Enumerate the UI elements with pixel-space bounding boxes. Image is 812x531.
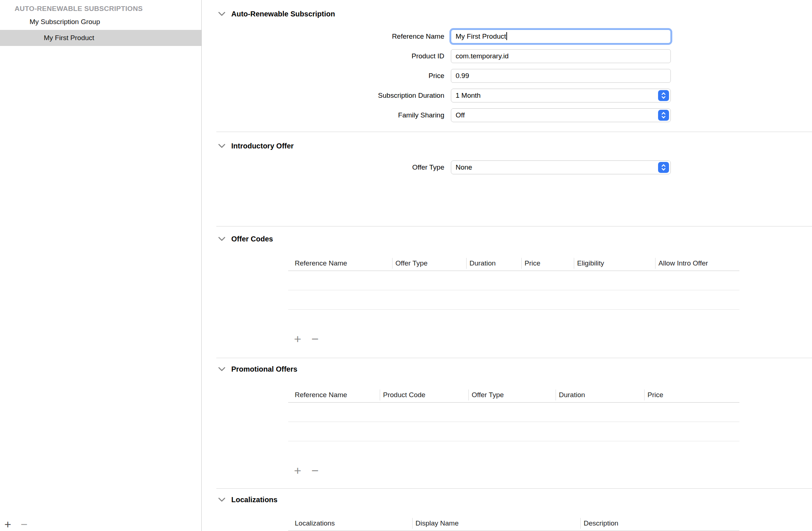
section-title: Localizations: [231, 496, 278, 504]
offer-type-value: None: [456, 163, 472, 171]
column-header-eligibility[interactable]: Eligibility: [574, 258, 655, 269]
reference-name-input[interactable]: My First Product: [451, 30, 671, 43]
column-header-display-name[interactable]: Display Name: [412, 518, 580, 529]
table-row-empty: [288, 290, 739, 310]
reference-name-label: Reference Name: [202, 32, 444, 40]
section-divider: [216, 488, 812, 489]
offer-codes-actions: + −: [294, 332, 739, 346]
chevron-down-icon[interactable]: [218, 11, 225, 16]
section-header-promotional-offers: Promotional Offers: [218, 364, 812, 374]
sidebar-group-header: AUTO-RENEWABLE SUBSCRIPTIONS: [0, 0, 201, 14]
column-header-offer-type[interactable]: Offer Type: [392, 258, 466, 269]
localizations-table: Localizations Display Name Description: [288, 516, 739, 531]
column-header-duration[interactable]: Duration: [556, 389, 644, 400]
section-header-offer-codes: Offer Codes: [218, 234, 812, 244]
localizations-table-header: Localizations Display Name Description: [288, 516, 739, 531]
promotional-offers-actions: + −: [294, 463, 739, 478]
product-id-label: Product ID: [202, 52, 444, 60]
subscription-duration-label: Subscription Duration: [202, 92, 444, 100]
section-header-localizations: Localizations: [218, 495, 812, 505]
family-sharing-value: Off: [456, 111, 465, 119]
promotional-offers-table-header: Reference Name Product Code Offer Type D…: [288, 387, 739, 403]
family-sharing-label: Family Sharing: [202, 111, 444, 119]
remove-icon[interactable]: −: [312, 464, 319, 477]
popup-stepper-icon: [658, 90, 669, 101]
add-icon[interactable]: +: [294, 464, 301, 477]
table-row-empty: [288, 403, 739, 422]
chevron-down-icon[interactable]: [218, 497, 225, 502]
column-header-price[interactable]: Price: [521, 258, 574, 269]
column-header-offer-type[interactable]: Offer Type: [468, 389, 556, 400]
section-divider: [216, 358, 812, 358]
section-title: Auto-Renewable Subscription: [231, 10, 335, 18]
column-header-reference-name[interactable]: Reference Name: [288, 389, 380, 400]
promotional-offers-table: Reference Name Product Code Offer Type D…: [288, 387, 739, 478]
chevron-down-icon[interactable]: [218, 236, 225, 241]
sidebar: AUTO-RENEWABLE SUBSCRIPTIONS My Subscrip…: [0, 0, 202, 531]
column-header-reference-name[interactable]: Reference Name: [288, 258, 392, 269]
price-input[interactable]: 0.99: [451, 69, 671, 83]
section-header-subscription: Auto-Renewable Subscription: [218, 9, 812, 19]
editor-pane: Auto-Renewable Subscription Reference Na…: [202, 0, 812, 531]
price-value: 0.99: [456, 72, 469, 80]
section-title: Promotional Offers: [231, 365, 297, 373]
sidebar-item-subscription-group[interactable]: My Subscription Group: [0, 14, 201, 30]
chevron-down-icon[interactable]: [218, 143, 225, 148]
section-title: Introductory Offer: [231, 142, 294, 150]
sidebar-actions: + −: [4, 519, 27, 530]
reference-name-value: My First Product: [456, 32, 506, 40]
column-header-allow-intro-offer[interactable]: Allow Intro Offer: [655, 258, 739, 269]
offer-type-label: Offer Type: [202, 163, 444, 171]
remove-icon[interactable]: −: [21, 519, 28, 530]
family-sharing-popup[interactable]: Off: [451, 108, 671, 122]
popup-stepper-icon: [658, 110, 669, 121]
text-caret: [506, 32, 507, 40]
column-header-localizations[interactable]: Localizations: [288, 518, 412, 529]
product-id-input[interactable]: com.temporary.id: [451, 49, 671, 63]
offer-type-popup[interactable]: None: [451, 160, 671, 174]
section-title: Offer Codes: [231, 235, 273, 243]
chevron-down-icon[interactable]: [218, 367, 225, 372]
product-id-value: com.temporary.id: [456, 52, 509, 60]
remove-icon[interactable]: −: [312, 333, 319, 345]
sidebar-item-first-product[interactable]: My First Product: [0, 30, 201, 46]
offer-codes-table: Reference Name Offer Type Duration Price…: [288, 256, 739, 346]
table-row-empty: [288, 422, 739, 441]
add-icon[interactable]: +: [294, 333, 301, 345]
section-header-introductory-offer: Introductory Offer: [218, 141, 812, 151]
column-header-description[interactable]: Description: [580, 518, 739, 529]
section-divider: [216, 132, 812, 132]
add-icon[interactable]: +: [4, 519, 11, 530]
offer-codes-table-header: Reference Name Offer Type Duration Price…: [288, 256, 739, 271]
section-divider: [216, 226, 812, 226]
popup-stepper-icon: [658, 162, 669, 173]
price-label: Price: [202, 72, 444, 80]
column-header-duration[interactable]: Duration: [466, 258, 521, 269]
column-header-product-code[interactable]: Product Code: [380, 389, 468, 400]
column-header-price[interactable]: Price: [644, 389, 739, 400]
subscription-duration-popup[interactable]: 1 Month: [451, 89, 671, 102]
subscription-duration-value: 1 Month: [456, 92, 481, 99]
table-row-empty: [288, 271, 739, 290]
